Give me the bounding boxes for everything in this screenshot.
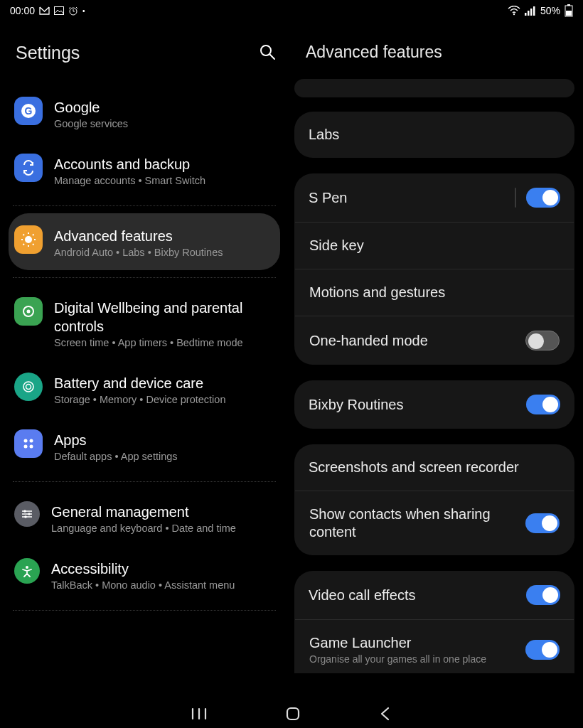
row-sub: Organise all your games all in one place — [309, 653, 525, 665]
settings-item-digital-wellbeing[interactable]: Digital Wellbeing and parental controls … — [0, 285, 289, 360]
settings-group: Labs — [294, 112, 574, 158]
toggle-divider — [515, 188, 516, 208]
svg-point-20 — [24, 445, 28, 449]
settings-group: Bixby Routines — [294, 380, 574, 429]
settings-item-advanced-features[interactable]: Advanced features Android Auto • Labs • … — [9, 213, 280, 270]
item-sub: Google services — [54, 118, 280, 129]
svg-point-18 — [24, 439, 28, 443]
svg-point-16 — [23, 382, 33, 392]
svg-point-21 — [30, 445, 33, 449]
item-title: Google — [54, 98, 280, 117]
settings-item-google[interactable]: G Google Google services — [0, 85, 289, 141]
row-label: Game Launcher — [309, 634, 525, 652]
row-label: Show contacts when sharing content — [309, 505, 525, 541]
gear-badge-icon — [14, 225, 43, 254]
settings-list-pane: Settings G Google Google services — [0, 21, 289, 700]
settings-item-apps[interactable]: Apps Default apps • App settings — [0, 417, 289, 474]
alarm-icon — [68, 6, 78, 16]
svg-point-13 — [25, 236, 32, 243]
settings-item-accessibility[interactable]: Accessibility TalkBack • Mono audio • As… — [0, 546, 289, 603]
row-s-pen[interactable]: S Pen — [294, 173, 574, 222]
settings-item-accounts-backup[interactable]: Accounts and backup Manage accounts • Sm… — [0, 141, 289, 198]
svg-rect-0 — [55, 7, 64, 15]
settings-group: Video call effects Game Launcher Organis… — [294, 571, 574, 673]
partial-card-top — [294, 79, 574, 97]
item-sub: Screen time • App timers • Bedtime mode — [54, 337, 280, 348]
row-screenshots-recorder[interactable]: Screenshots and screen recorder — [294, 444, 574, 491]
toggle-video-call-effects[interactable] — [526, 585, 560, 605]
recents-button[interactable] — [191, 707, 207, 720]
svg-rect-4 — [528, 11, 530, 16]
svg-point-19 — [30, 439, 33, 443]
back-button[interactable] — [379, 706, 392, 722]
settings-list: G Google Google services Accounts and ba… — [0, 85, 289, 611]
row-motions-gestures[interactable]: Motions and gestures — [295, 269, 574, 316]
row-side-key[interactable]: Side key — [295, 222, 574, 269]
svg-point-2 — [513, 14, 515, 15]
sliders-icon — [14, 501, 40, 527]
row-bixby-routines[interactable]: Bixby Routines — [294, 380, 574, 429]
detail-pane: Advanced features Labs S Pen Side key Mo… — [289, 21, 583, 700]
search-icon[interactable] — [259, 43, 276, 63]
settings-item-battery-care[interactable]: Battery and device care Storage • Memory… — [0, 360, 289, 417]
gmail-icon — [39, 6, 50, 15]
svg-point-22 — [23, 510, 26, 513]
row-label: S Pen — [309, 189, 509, 207]
svg-rect-6 — [533, 6, 535, 16]
item-title: Apps — [54, 431, 280, 449]
settings-group: S Pen Side key Motions and gestures One-… — [294, 173, 574, 365]
wifi-icon — [508, 6, 520, 16]
item-title: Accounts and backup — [54, 155, 280, 173]
row-game-launcher[interactable]: Game Launcher Organise all your games al… — [295, 619, 574, 673]
item-title: Accessibility — [51, 560, 280, 578]
detail-title: Advanced features — [306, 43, 569, 62]
signal-icon — [525, 6, 536, 16]
image-icon — [54, 6, 64, 15]
toggle-game-launcher[interactable] — [525, 640, 560, 660]
divider — [13, 277, 276, 278]
item-sub: Default apps • App settings — [54, 451, 280, 462]
svg-point-24 — [24, 515, 27, 518]
svg-point-25 — [26, 566, 28, 569]
status-time: 00:00 — [10, 5, 35, 16]
svg-rect-9 — [566, 11, 572, 16]
item-title: General management — [51, 503, 280, 521]
row-label: Side key — [309, 237, 560, 255]
accessibility-icon — [14, 558, 40, 584]
divider — [13, 481, 276, 482]
item-sub: Language and keyboard • Date and time — [51, 523, 280, 534]
item-title: Battery and device care — [54, 374, 280, 392]
toggle-one-handed[interactable] — [525, 331, 560, 350]
row-label: Video call effects — [309, 587, 526, 604]
row-label: Screenshots and screen recorder — [309, 459, 560, 476]
item-sub: Manage accounts • Smart Switch — [54, 175, 280, 186]
google-icon: G — [14, 97, 43, 125]
row-video-call-effects[interactable]: Video call effects — [294, 571, 574, 619]
svg-text:G: G — [25, 105, 33, 117]
toggle-show-contacts[interactable] — [525, 513, 560, 533]
row-one-handed-mode[interactable]: One-handed mode — [295, 316, 574, 365]
settings-header: Settings — [0, 21, 289, 85]
item-sub: Android Auto • Labs • Bixby Routines — [54, 247, 273, 258]
svg-point-17 — [26, 385, 31, 390]
item-sub: Storage • Memory • Device protection — [54, 394, 280, 405]
item-sub: TalkBack • Mono audio • Assistant menu — [51, 579, 280, 591]
row-show-contacts-sharing[interactable]: Show contacts when sharing content — [295, 491, 574, 555]
svg-rect-5 — [530, 9, 533, 16]
toggle-bixby[interactable] — [526, 395, 560, 414]
item-title: Digital Wellbeing and parental controls — [54, 299, 280, 336]
sync-icon — [14, 154, 43, 182]
status-left: 00:00 • — [10, 5, 85, 16]
toggle-s-pen[interactable] — [526, 188, 560, 208]
item-title: Advanced features — [54, 227, 273, 245]
settings-item-general-management[interactable]: General management Language and keyboard… — [0, 489, 289, 546]
divider — [13, 610, 276, 611]
row-labs[interactable]: Labs — [294, 112, 574, 158]
row-label: Labs — [309, 126, 560, 144]
detail-header: Advanced features — [293, 21, 576, 79]
svg-rect-26 — [287, 708, 299, 719]
battery-icon — [565, 4, 573, 17]
apps-icon — [14, 429, 43, 458]
wellbeing-icon — [14, 297, 43, 326]
home-button[interactable] — [285, 706, 301, 722]
